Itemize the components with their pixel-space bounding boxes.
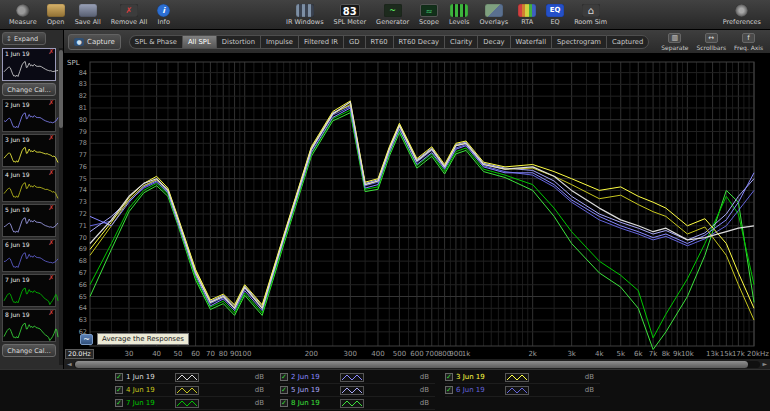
measurement-tile-1-jun-19[interactable]: 1 Jun 19✗ (2, 48, 56, 81)
svg-text:100: 100 (238, 350, 251, 358)
toolbar-button-overlays[interactable]: Overlays (474, 0, 513, 29)
trace-style-button[interactable] (505, 386, 529, 395)
trace-style-button[interactable] (505, 373, 529, 382)
graph-control-scrollbars[interactable]: ↔Scrollbars (693, 33, 731, 51)
capture-button[interactable]: ● Capture (68, 34, 121, 50)
remove-measurement-icon[interactable]: ✗ (48, 204, 54, 212)
remove-measurement-icon[interactable]: ✗ (48, 239, 54, 247)
scrollbar-thumb[interactable] (75, 361, 748, 368)
tab-all-spl[interactable]: All SPL (182, 35, 216, 49)
svg-text:10k: 10k (681, 350, 695, 358)
trace-style-button[interactable] (175, 386, 199, 395)
measurement-tile-6-jun-19[interactable]: 6 Jun 19✗ (2, 239, 56, 272)
info-icon: i (157, 4, 170, 17)
plot-canvas[interactable]: 6263646566676869707172737475767778798081… (64, 54, 770, 359)
separate-icon: ▥ (668, 33, 681, 43)
tab-waterfall[interactable]: Waterfall (510, 35, 551, 49)
tab-captured[interactable]: Captured (606, 35, 649, 49)
svg-text:600: 600 (410, 350, 423, 358)
toolbar-button-label: Info (158, 18, 170, 26)
tab-spl-phase[interactable]: SPL & Phase (129, 35, 182, 49)
remove-measurement-icon[interactable]: ✗ (48, 48, 54, 56)
measurement-tile-7-jun-19[interactable]: 7 Jun 19✗ (2, 274, 56, 307)
toolbar-button-info[interactable]: iInfo (152, 0, 175, 29)
toolbar-button-spl-meter[interactable]: 83SPL Meter (329, 0, 372, 29)
trace-style-button[interactable] (175, 399, 199, 408)
scroll-right-arrow-icon[interactable]: ► (762, 359, 767, 369)
graph-control-separate[interactable]: ▥Separate (657, 33, 692, 51)
measurement-tile-4-jun-19[interactable]: 4 Jun 19✗ (2, 169, 56, 202)
remove-measurement-icon[interactable]: ✗ (48, 99, 54, 107)
db-unit-label: dB (585, 373, 594, 381)
expand-button[interactable]: ↕ Expand (2, 32, 46, 45)
remove-measurement-icon[interactable]: ✗ (48, 274, 54, 282)
legend-checkbox[interactable]: ✓ (445, 373, 453, 381)
scroll-left-arrow-icon[interactable]: ◄ (67, 359, 72, 369)
remove-measurement-icon[interactable]: ✗ (48, 169, 54, 177)
legend-checkbox[interactable]: ✓ (280, 373, 288, 381)
legend-checkbox[interactable]: ✓ (280, 399, 288, 407)
trace-style-button[interactable] (340, 386, 364, 395)
legend-name: 1 Jun 19 (126, 373, 172, 381)
tab-clarity[interactable]: Clarity (444, 35, 477, 49)
remove-measurement-icon[interactable]: ✗ (48, 134, 54, 142)
toolbar-button-eq[interactable]: EQEQ (541, 0, 569, 29)
tab-gd[interactable]: GD (343, 35, 365, 49)
tab-filtered-ir[interactable]: Filtered IR (298, 35, 343, 49)
tab-rt60[interactable]: RT60 (365, 35, 393, 49)
sidebar-scrollbar-thumb[interactable] (59, 50, 63, 128)
toolbar-button-rta[interactable]: RTA (513, 0, 541, 29)
measurement-thumbnail-plot (3, 109, 59, 131)
measurement-tile-5-jun-19[interactable]: 5 Jun 19✗ (2, 204, 56, 237)
legend-checkbox[interactable]: ✓ (115, 373, 123, 381)
tab-decay[interactable]: Decay (477, 35, 509, 49)
measurement-tile-2-jun-19[interactable]: 2 Jun 19✗ (2, 99, 56, 132)
graph-control-freq-axis[interactable]: fFreq. Axis (730, 33, 767, 51)
measurement-tile-3-jun-19[interactable]: 3 Jun 19✗ (2, 134, 56, 167)
trace-style-button[interactable] (175, 373, 199, 382)
toolbar-button-generator[interactable]: ~Generator (371, 0, 414, 29)
toolbar-button-preferences[interactable]: Preferences (718, 0, 766, 29)
horizontal-scrollbar[interactable]: ◄ ► (64, 359, 770, 369)
toolbar-button-levels[interactable]: Levels (444, 0, 475, 29)
average-responses-button[interactable]: ~ (80, 334, 93, 345)
svg-text:8k: 8k (662, 350, 671, 358)
svg-text:79: 79 (79, 128, 87, 136)
svg-text:SPL: SPL (67, 59, 80, 67)
svg-text:6k: 6k (634, 350, 643, 358)
change-cal-button[interactable]: Change Cal... (2, 344, 56, 357)
toolbar-button-room-sim[interactable]: ⌂Room Sim (569, 0, 612, 29)
tab-impulse[interactable]: Impulse (260, 35, 298, 49)
trace-style-button[interactable] (340, 373, 364, 382)
svg-text:68: 68 (79, 257, 87, 265)
freq-axis-readout[interactable]: 20.0Hz (65, 349, 94, 359)
toolbar-button-scope[interactable]: ≈Scope (414, 0, 444, 29)
legend-name: 5 Jun 19 (291, 386, 337, 394)
ir-windows-icon (296, 4, 314, 17)
toolbar-button-ir-windows[interactable]: IR Windows (281, 0, 329, 29)
toolbar-button-label: Open (47, 18, 64, 26)
capture-icon: ● (74, 38, 84, 46)
tab-distortion[interactable]: Distortion (216, 35, 260, 49)
toolbar-button-open[interactable]: Open (42, 0, 70, 29)
remove-all-icon: ✗ (120, 4, 138, 17)
toolbar-button-remove-all[interactable]: ✗Remove All (106, 0, 153, 29)
sidebar-scrollbar[interactable] (59, 48, 63, 365)
tab-rt60-decay[interactable]: RT60 Decay (393, 35, 445, 49)
toolbar-button-save-all[interactable]: Save All (70, 0, 106, 29)
legend-checkbox[interactable]: ✓ (445, 386, 453, 394)
change-cal-button[interactable]: Change Cal... (2, 83, 56, 96)
scrollbar-track[interactable] (74, 361, 761, 368)
remove-measurement-icon[interactable]: ✗ (48, 309, 54, 317)
svg-text:70: 70 (206, 350, 215, 358)
spl-plot-area: 6263646566676869707172737475767778798081… (64, 54, 770, 359)
toolbar-button-measure[interactable]: Measure (4, 0, 42, 29)
measurement-tile-8-jun-19[interactable]: 8 Jun 19✗ (2, 309, 56, 342)
legend-checkbox[interactable]: ✓ (115, 386, 123, 394)
legend-checkbox[interactable]: ✓ (115, 399, 123, 407)
legend-checkbox[interactable]: ✓ (280, 386, 288, 394)
legend-entry-3-jun-19: ✓3 Jun 19dB (445, 371, 600, 384)
trace-style-button[interactable] (340, 399, 364, 408)
graph-controls: ▥Separate↔ScrollbarsfFreq. Axis↕Limits≡C… (657, 33, 770, 51)
tab-spectrogram[interactable]: Spectrogram (551, 35, 606, 49)
